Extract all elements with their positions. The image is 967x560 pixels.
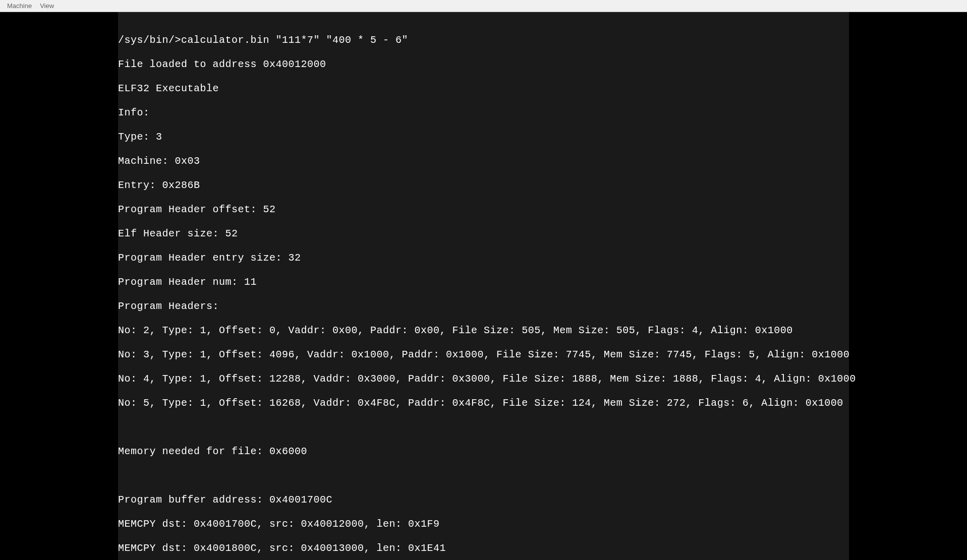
terminal-output-line: Machine: 0x03 xyxy=(118,155,849,167)
menu-view[interactable]: View xyxy=(36,1,58,11)
terminal[interactable]: /sys/bin/>calculator.bin "111*7" "400 * … xyxy=(118,12,849,560)
menubar: Machine View xyxy=(0,0,967,12)
terminal-command-line: /sys/bin/>calculator.bin "111*7" "400 * … xyxy=(118,34,849,46)
prompt: /sys/bin/> xyxy=(118,34,181,46)
terminal-output-line: No: 3, Type: 1, Offset: 4096, Vaddr: 0x1… xyxy=(118,349,849,361)
terminal-output-line: Program buffer address: 0x4001700C xyxy=(118,494,849,506)
terminal-output-line: No: 5, Type: 1, Offset: 16268, Vaddr: 0x… xyxy=(118,397,849,409)
terminal-output-line: MEMCPY dst: 0x4001700C, src: 0x40012000,… xyxy=(118,518,849,530)
terminal-output-line: Elf Header size: 52 xyxy=(118,228,849,240)
terminal-output-line: File loaded to address 0x40012000 xyxy=(118,58,849,71)
terminal-output-line: Program Headers: xyxy=(118,300,849,313)
terminal-output-line: No: 4, Type: 1, Offset: 12288, Vaddr: 0x… xyxy=(118,373,849,385)
terminal-output-line xyxy=(118,470,849,482)
menu-machine[interactable]: Machine xyxy=(3,1,36,11)
terminal-output-line xyxy=(118,421,849,433)
terminal-output-line: ELF32 Executable xyxy=(118,83,849,95)
terminal-output-line: Program Header offset: 52 xyxy=(118,204,849,216)
terminal-output-line: Info: xyxy=(118,107,849,119)
terminal-output-line: Program Header num: 11 xyxy=(118,276,849,288)
command-text: calculator.bin "111*7" "400 * 5 - 6" xyxy=(181,34,408,46)
terminal-output-line: Program Header entry size: 32 xyxy=(118,252,849,264)
terminal-viewport: /sys/bin/>calculator.bin "111*7" "400 * … xyxy=(0,12,967,560)
terminal-output-line: No: 2, Type: 1, Offset: 0, Vaddr: 0x00, … xyxy=(118,325,849,337)
terminal-output-line: MEMCPY dst: 0x4001800C, src: 0x40013000,… xyxy=(118,542,849,554)
terminal-output-line: Memory needed for file: 0x6000 xyxy=(118,446,849,458)
terminal-output-line: Type: 3 xyxy=(118,131,849,143)
terminal-output-line: Entry: 0x286B xyxy=(118,179,849,192)
